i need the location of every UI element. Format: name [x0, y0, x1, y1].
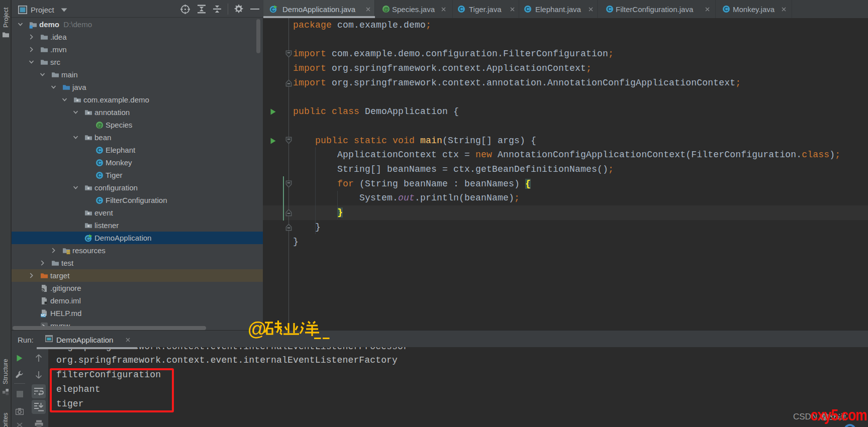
svg-text:C: C [526, 6, 530, 12]
svg-text:C: C [98, 197, 102, 203]
svg-text:C: C [98, 160, 102, 166]
svg-text:MD: MD [41, 313, 46, 317]
svg-text:C: C [608, 6, 612, 12]
svg-text:C: C [98, 172, 102, 178]
svg-text:C: C [459, 6, 463, 12]
svg-text:@: @ [383, 6, 389, 12]
svg-text:C: C [98, 147, 102, 153]
svg-text:C: C [724, 6, 728, 12]
svg-text:@: @ [97, 122, 102, 128]
svg-text:@: @ [247, 318, 267, 340]
